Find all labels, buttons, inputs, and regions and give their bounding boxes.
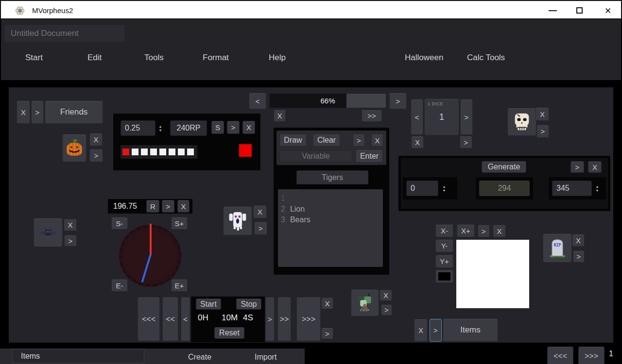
transport-rrw-button[interactable]: <<< bbox=[138, 297, 160, 341]
friends-button[interactable]: Friends bbox=[45, 100, 103, 124]
generate-spin-right-field[interactable]: 345 bbox=[552, 181, 592, 196]
slider-prev-button[interactable]: < bbox=[249, 93, 266, 109]
e-minus-button[interactable]: E- bbox=[111, 279, 128, 292]
list-item[interactable]: 2 Lion bbox=[278, 204, 383, 215]
document-name-input[interactable] bbox=[5, 25, 124, 42]
bat-next-button[interactable]: > bbox=[64, 235, 77, 247]
clear-button[interactable]: Clear bbox=[313, 134, 340, 147]
minimize-button[interactable] bbox=[549, 10, 557, 11]
slider-next-button[interactable]: > bbox=[389, 93, 407, 109]
pumpkin-button[interactable] bbox=[62, 134, 86, 162]
xy-close-button[interactable]: X bbox=[493, 225, 506, 237]
items-button[interactable]: Items bbox=[443, 318, 498, 342]
tombstone-close-button[interactable]: X bbox=[572, 234, 585, 247]
bat-close-button[interactable]: X bbox=[64, 219, 77, 231]
list-item[interactable]: 3 Bears bbox=[278, 215, 383, 225]
menu-calc-tools[interactable]: Calc Tools bbox=[467, 53, 505, 63]
trees-close-button[interactable]: X bbox=[380, 290, 392, 301]
reset-button[interactable]: Reset bbox=[214, 327, 244, 339]
draw-list[interactable]: 1 2 Lion 3 Bears bbox=[278, 189, 383, 267]
transport-close-button[interactable]: X bbox=[321, 298, 333, 309]
generate-spin-right-arrows[interactable]: ▲ ▼ bbox=[593, 182, 601, 195]
ghost-close-button[interactable]: X bbox=[253, 205, 267, 218]
close-button[interactable]: ✕ bbox=[605, 6, 611, 16]
tombstone-button[interactable]: RIP bbox=[543, 233, 572, 263]
angle-close-button[interactable]: X bbox=[177, 200, 190, 213]
menu-edit[interactable]: Edit bbox=[87, 53, 102, 63]
import-button[interactable]: Import bbox=[255, 353, 276, 362]
generate-close-button[interactable]: X bbox=[588, 161, 602, 173]
variable-input[interactable] bbox=[279, 150, 352, 162]
transport-fw-button[interactable]: > bbox=[265, 297, 275, 341]
trees-next-button[interactable]: > bbox=[381, 304, 392, 315]
friends-next-button[interactable]: > bbox=[31, 100, 44, 124]
draw-canvas[interactable] bbox=[456, 240, 529, 308]
skull-close-button[interactable]: X bbox=[536, 107, 549, 121]
dice-close-button[interactable]: X bbox=[411, 136, 424, 149]
dice-panel[interactable]: 1 DICE 1 bbox=[424, 99, 459, 135]
x-minus-button[interactable]: X- bbox=[435, 224, 453, 237]
draw-next-button[interactable]: > bbox=[353, 134, 365, 147]
transport-prev-button[interactable]: < bbox=[181, 297, 190, 341]
ghost-next-button[interactable]: > bbox=[254, 222, 267, 235]
rate-next-button[interactable]: > bbox=[227, 121, 240, 134]
menu-help[interactable]: Help bbox=[269, 53, 286, 63]
angle-r-button[interactable]: R bbox=[146, 200, 159, 213]
pager-next-button[interactable]: >>> bbox=[578, 347, 605, 364]
x-plus-button[interactable]: X+ bbox=[457, 224, 475, 237]
start-button[interactable]: Start bbox=[196, 298, 221, 310]
transport-fff-button[interactable]: >>> bbox=[296, 297, 321, 341]
items-close-button[interactable]: X bbox=[414, 319, 428, 342]
color-swatch-button[interactable] bbox=[435, 270, 453, 283]
rate-close-button[interactable]: X bbox=[242, 121, 255, 134]
draw-button[interactable]: Draw bbox=[279, 134, 307, 147]
rate-spinner-arrows[interactable]: ▲ ▼ bbox=[156, 121, 164, 135]
transport-next-button[interactable]: > bbox=[321, 328, 333, 339]
menu-halloween[interactable]: Halloween bbox=[405, 53, 443, 63]
items-next-button[interactable]: > bbox=[430, 319, 442, 342]
maximize-button[interactable] bbox=[576, 7, 583, 14]
e-plus-button[interactable]: E+ bbox=[171, 279, 188, 292]
y-minus-button[interactable]: Y- bbox=[435, 239, 453, 252]
draw-close-button[interactable]: X bbox=[371, 134, 383, 147]
generate-spin-left-field[interactable]: 0 bbox=[406, 181, 438, 196]
bat-button[interactable] bbox=[34, 218, 63, 247]
skull-button[interactable] bbox=[507, 108, 536, 136]
generate-spin-left-arrows[interactable]: ▲ ▼ bbox=[440, 182, 448, 195]
dice-next-button[interactable]: > bbox=[460, 99, 473, 135]
y-plus-button[interactable]: Y+ bbox=[435, 255, 453, 268]
menu-tools[interactable]: Tools bbox=[144, 53, 164, 63]
skull-next-button[interactable]: > bbox=[536, 125, 549, 138]
s-minus-button[interactable]: S- bbox=[111, 217, 128, 230]
tombstone-next-button[interactable]: > bbox=[573, 250, 585, 263]
transport-ff-button[interactable]: >> bbox=[277, 297, 291, 341]
dice-prev-button[interactable]: < bbox=[411, 99, 423, 135]
rate-s-button[interactable]: S bbox=[211, 121, 224, 134]
pumpkin-next-button[interactable]: > bbox=[89, 149, 103, 162]
friends-close-button[interactable]: X bbox=[17, 100, 30, 124]
menu-start[interactable]: Start bbox=[25, 53, 43, 63]
list-item[interactable]: 1 bbox=[278, 193, 383, 204]
menu-format[interactable]: Format bbox=[203, 53, 229, 63]
generate-button[interactable]: Generate bbox=[482, 161, 526, 173]
slider-close-button[interactable]: X bbox=[274, 110, 286, 122]
pumpkin-close-button[interactable]: X bbox=[89, 133, 103, 146]
dice-fwd-button[interactable]: > bbox=[460, 136, 472, 149]
create-button[interactable]: Create bbox=[188, 353, 211, 362]
tigers-tab-button[interactable]: Tigers bbox=[296, 170, 368, 184]
ghost-button[interactable] bbox=[223, 206, 252, 235]
items-filter-input[interactable] bbox=[12, 349, 144, 363]
generate-next-button[interactable]: > bbox=[570, 161, 584, 173]
rate-spinner-field[interactable]: 0.25 bbox=[121, 120, 156, 136]
transport-rw-button[interactable]: << bbox=[162, 297, 178, 341]
enter-button[interactable]: Enter bbox=[356, 149, 383, 163]
pager-prev-button[interactable]: <<< bbox=[547, 347, 573, 364]
slider-ff-button[interactable]: >> bbox=[362, 110, 382, 122]
angle-next-button[interactable]: > bbox=[162, 200, 174, 213]
xy-next-button[interactable]: > bbox=[478, 225, 490, 237]
trees-button[interactable] bbox=[351, 289, 379, 316]
s-plus-button[interactable]: S+ bbox=[171, 217, 188, 230]
progress-slider[interactable]: 66% bbox=[269, 93, 386, 108]
stop-button[interactable]: Stop bbox=[236, 298, 261, 310]
cell-strip[interactable] bbox=[121, 145, 197, 159]
